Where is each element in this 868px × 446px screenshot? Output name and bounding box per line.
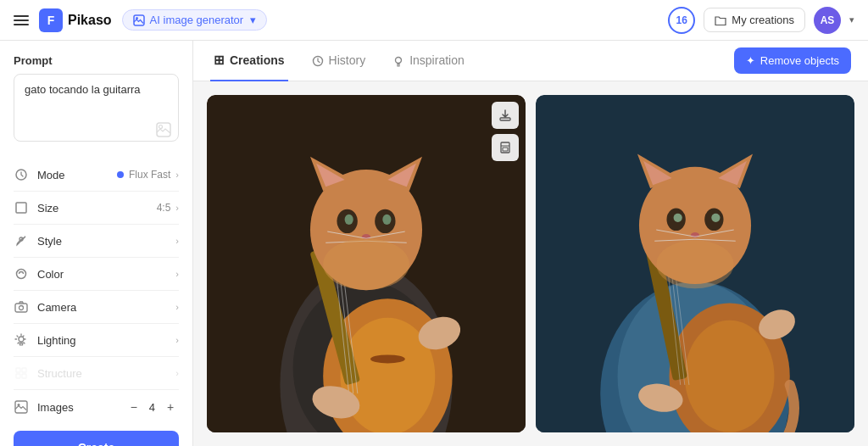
- size-chevron-icon: ›: [175, 203, 179, 213]
- lighting-setting[interactable]: Lighting ›: [14, 324, 179, 357]
- structure-label: Structure: [37, 367, 82, 380]
- tabs-list: ⊞ Creations History Inspiration: [210, 41, 468, 81]
- tool-chevron-icon: ▾: [250, 14, 256, 26]
- svg-point-72: [656, 240, 733, 288]
- svg-point-67: [691, 232, 699, 237]
- color-chevron-icon: ›: [175, 269, 179, 279]
- structure-setting[interactable]: Structure ›: [14, 357, 179, 390]
- svg-point-3: [159, 125, 163, 129]
- hamburger-menu-icon[interactable]: [14, 15, 29, 25]
- size-icon: [14, 200, 29, 215]
- creations-folder-icon: [715, 14, 726, 26]
- lighting-chevron-icon: ›: [175, 335, 179, 345]
- svg-rect-11: [16, 368, 20, 372]
- avatar[interactable]: AS: [814, 7, 841, 34]
- create-button[interactable]: Create: [14, 431, 179, 446]
- svg-point-65: [674, 214, 682, 222]
- tabs-bar: ⊞ Creations History Inspiration ✦: [193, 41, 868, 81]
- images-label: Images: [37, 401, 74, 414]
- svg-point-1: [136, 17, 138, 20]
- sidebar: Prompt gato tocando la guitarra Mode: [0, 41, 193, 446]
- color-setting[interactable]: Color ›: [14, 258, 179, 291]
- style-icon: [14, 233, 29, 248]
- image-card-2: [536, 95, 854, 432]
- inspiration-icon: [392, 53, 404, 66]
- magic-wand-icon: ✦: [746, 54, 755, 67]
- svg-point-43: [323, 238, 409, 290]
- main-layout: Prompt gato tocando la guitarra Mode: [0, 41, 868, 446]
- svg-rect-14: [22, 374, 26, 378]
- header-left: F Pikaso AI image generator ▾: [14, 8, 658, 32]
- mode-chevron-icon: ›: [175, 170, 179, 180]
- size-value: 4:5: [157, 202, 171, 214]
- size-setting[interactable]: Size 4:5 ›: [14, 192, 179, 225]
- structure-chevron-icon: ›: [175, 368, 179, 378]
- card-1-actions: [492, 102, 519, 161]
- svg-point-18: [396, 57, 402, 63]
- camera-setting[interactable]: Camera ›: [14, 291, 179, 324]
- svg-rect-13: [16, 374, 20, 378]
- tab-inspiration-label: Inspiration: [409, 53, 465, 67]
- tab-creations-label: Creations: [230, 53, 285, 67]
- svg-rect-48: [503, 148, 508, 151]
- style-chevron-icon: ›: [175, 236, 179, 246]
- color-label: Color: [37, 268, 64, 281]
- image-card-1: [207, 95, 526, 432]
- tool-name: AI image generator: [150, 14, 244, 26]
- color-icon: [14, 266, 29, 282]
- style-label: Style: [37, 235, 62, 248]
- logo: F Pikaso: [39, 8, 112, 32]
- images-decrease-button[interactable]: −: [125, 399, 142, 415]
- tab-history[interactable]: History: [309, 41, 370, 81]
- lighting-label: Lighting: [37, 334, 76, 347]
- images-increase-button[interactable]: +: [162, 399, 179, 415]
- history-clock-icon: [312, 53, 324, 66]
- remove-objects-button[interactable]: ✦ Remove objects: [734, 47, 851, 74]
- my-creations-button[interactable]: My creations: [704, 8, 805, 32]
- logo-text: Pikaso: [68, 13, 112, 28]
- tab-inspiration[interactable]: Inspiration: [389, 41, 468, 81]
- svg-point-24: [370, 354, 405, 363]
- svg-point-37: [382, 215, 391, 225]
- camera-chevron-icon: ›: [175, 302, 179, 312]
- header: F Pikaso AI image generator ▾ 16 My crea…: [0, 0, 868, 41]
- flux-dot: [117, 171, 124, 178]
- tool-selector[interactable]: AI image generator ▾: [122, 9, 268, 31]
- prompt-wrapper: gato tocando la guitarra: [14, 74, 179, 145]
- lighting-icon: [14, 332, 29, 348]
- images-setting: Images − 4 +: [14, 390, 179, 424]
- sidebar-bottom: Create: [14, 431, 179, 446]
- generated-image-2: [536, 95, 854, 432]
- svg-point-36: [345, 215, 353, 225]
- image-generator-icon: [133, 14, 145, 26]
- generated-image-1: [207, 95, 526, 432]
- images-icon: [14, 399, 29, 415]
- tab-creations[interactable]: ⊞ Creations: [210, 41, 288, 81]
- camera-label: Camera: [37, 301, 76, 314]
- style-setting[interactable]: Style ›: [14, 225, 179, 258]
- images-count: 4: [149, 401, 155, 414]
- mode-icon: [14, 167, 29, 182]
- camera-icon: [14, 299, 29, 315]
- svg-point-7: [17, 270, 26, 279]
- size-label: Size: [37, 202, 58, 215]
- mode-label: Mode: [37, 169, 65, 181]
- card-1-download-button[interactable]: [492, 102, 519, 129]
- structure-icon: [14, 365, 29, 381]
- svg-rect-46: [500, 118, 510, 120]
- prompt-input[interactable]: gato tocando la guitarra: [14, 74, 179, 142]
- mode-setting[interactable]: Mode Flux Fast ›: [14, 159, 179, 192]
- download-icon: [499, 109, 511, 121]
- prompt-image-icon[interactable]: [155, 121, 172, 138]
- svg-rect-12: [22, 368, 26, 372]
- bookmark-icon: [499, 142, 511, 153]
- svg-point-53: [685, 321, 775, 432]
- avatar-chevron-icon[interactable]: ▾: [849, 14, 854, 25]
- svg-rect-5: [16, 203, 26, 213]
- prompt-label: Prompt: [14, 54, 179, 67]
- logo-icon: F: [39, 8, 63, 32]
- card-1-save-button[interactable]: [492, 134, 519, 161]
- credits-counter[interactable]: 16: [668, 7, 695, 34]
- svg-rect-8: [15, 304, 27, 312]
- creations-grid-icon: ⊞: [214, 53, 225, 68]
